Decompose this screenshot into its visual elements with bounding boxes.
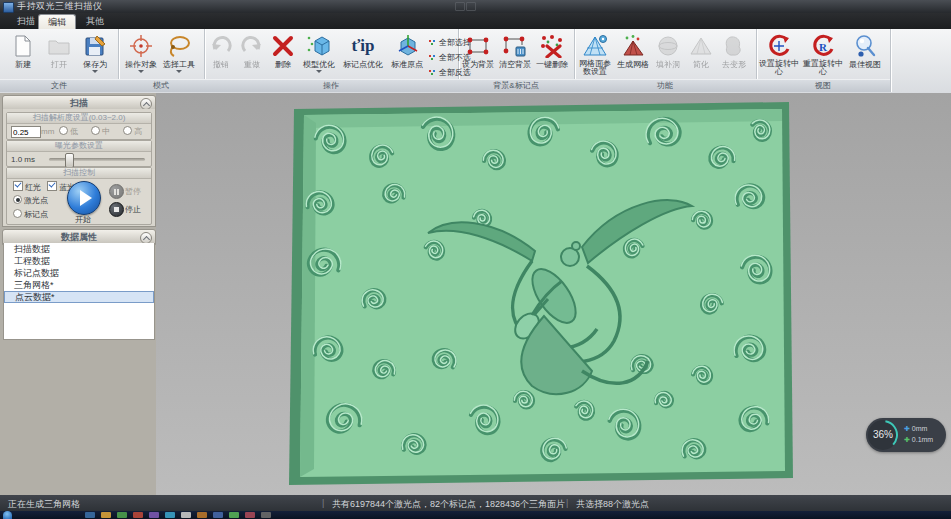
group-label-mode: 模式 [118,79,204,92]
open-button[interactable]: 打开 [42,32,76,78]
group-view: 设置旋转中心 R 重置旋转中心 最佳视图 视图 [756,29,891,92]
crosshair-icon: ✚ [904,436,912,443]
tab-edit[interactable]: 编辑 [38,14,76,29]
taskbar-icon[interactable] [165,512,175,518]
resolution-unit: mm [41,127,54,136]
select-tool-button[interactable]: 选择工具 [162,32,196,78]
fill-hole-button[interactable]: 填补洞 [652,32,684,78]
delete-button[interactable]: 删除 [268,32,298,78]
laser-point-radio[interactable]: 激光点 [13,195,48,206]
list-item[interactable]: 标记点数据 [4,267,154,279]
blob-icon [718,32,750,60]
radio-icon [59,126,68,135]
pause-button[interactable] [109,184,124,199]
generate-mesh-button[interactable]: 生成网格 [615,32,651,78]
delete-markers-icon [534,32,570,60]
group-background: 设为背景 清空背景 一键删除 背景&标记点 [458,29,575,92]
start-scan-button[interactable] [67,181,101,215]
target-icon [124,32,158,60]
taskbar-icon[interactable] [181,512,191,518]
left-pane: 扫描 扫描解析度设置(0.03~2.0) mm 低 中 高 曝光参数设置 1.0… [0,93,157,495]
taskbar-icon[interactable] [213,512,223,518]
taskbar-icon[interactable] [197,512,207,518]
open-folder-icon [42,32,76,60]
resolution-input[interactable] [11,126,41,138]
start-button[interactable] [3,511,12,519]
stop-button[interactable] [109,202,124,217]
save-as-button[interactable]: 保存为 [78,32,112,78]
group-label-function: 功能 [574,79,756,92]
title-bar: 手持双光三维扫描仪 [0,0,951,13]
model-optimize-button[interactable]: 模型优化 [300,32,338,78]
taskbar-icon[interactable] [149,512,159,518]
checkbox-icon [47,181,57,191]
taskbar-icon[interactable] [117,512,127,518]
taskbar-icon[interactable] [245,512,255,518]
group-label-operation: 操作 [204,79,458,92]
taskbar-icon[interactable] [261,512,271,518]
minimize-button[interactable] [455,2,465,11]
marker-point-radio[interactable]: 标记点 [13,209,48,220]
relief-model[interactable] [282,99,802,493]
group-label-view: 视图 [756,79,890,92]
windows-taskbar[interactable] [0,511,951,519]
simplify-button[interactable]: 简化 [685,32,717,78]
taskbar-icon[interactable] [101,512,111,518]
app-icon [3,2,14,13]
status-separator: | [322,498,324,508]
maximize-button[interactable] [466,2,476,11]
resolution-low-radio[interactable]: 低 [59,126,78,137]
set-background-button[interactable]: 设为背景 [460,32,496,78]
group-operation: 撤销 重做 删除 模型优化 ťip 标记点优化 标准原点 全部选择 全部不 [204,29,459,92]
status-bar: 正在生成三角网格 | 共有6197844个激光点，82个标记点，1828436个… [0,495,951,511]
best-view-button[interactable]: 最佳视图 [846,32,884,78]
exposure-slider-track[interactable] [49,158,145,161]
group-function: 网格面参数设置 生成网格 填补洞 简化 去变形 功能 [574,29,757,92]
select-tool-dropdown-caret[interactable] [176,70,182,76]
taskbar-icon[interactable] [133,512,143,518]
delete-x-icon [268,32,298,60]
mesh-params-button[interactable]: 网格面参数设置 [576,32,614,78]
checkbox-icon [13,181,23,191]
group-mode: 操作对象 选择工具 模式 [118,29,205,92]
redo-button[interactable]: 重做 [237,32,267,78]
operate-object-button[interactable]: 操作对象 [124,32,158,78]
list-item[interactable]: 工程数据 [4,255,154,267]
one-key-delete-button[interactable]: 一键删除 [534,32,570,78]
clear-background-button[interactable]: 清空背景 [497,32,533,78]
zoom-badge[interactable]: 36% ✚ 0mm ✚ 0.1mm [866,418,946,452]
save-as-dropdown-caret[interactable] [92,70,98,76]
deform-button[interactable]: 去变形 [718,32,750,78]
model-optimize-dropdown-caret[interactable] [316,70,322,76]
generate-mesh-icon [615,32,651,60]
exposure-slider-thumb[interactable] [65,153,74,168]
status-separator: | [566,498,568,508]
rotation-center-icon [758,32,800,60]
new-button[interactable]: 新建 [6,32,40,78]
resolution-mid-radio[interactable]: 中 [91,126,110,137]
scan-panel-body: 扫描解析度设置(0.03~2.0) mm 低 中 高 曝光参数设置 1.0 ms… [2,109,156,227]
list-item[interactable]: 三角网格* [4,279,154,291]
resolution-high-radio[interactable]: 高 [123,126,142,137]
undo-button[interactable]: 撤销 [206,32,236,78]
standard-origin-button[interactable]: 标准原点 [388,32,426,78]
marker-optimize-button[interactable]: ťip 标记点优化 [340,32,386,78]
set-rotation-center-button[interactable]: 设置旋转中心 [758,32,800,78]
taskbar-icon[interactable] [229,512,239,518]
tip-logo-icon: ťip [340,32,386,60]
operate-object-dropdown-caret[interactable] [138,70,144,76]
reset-rotation-center-button[interactable]: R 重置旋转中心 [802,32,844,78]
list-item[interactable]: 扫描数据 [4,243,154,255]
marker-frame-icon [460,32,496,60]
cube-sparkle-icon [300,32,338,60]
pause-label: 暂停 [125,186,141,197]
red-light-checkbox[interactable]: 红光 [13,181,41,193]
sphere-icon [652,32,684,60]
zoom-row-1: ✚ 0mm [904,425,927,433]
lasso-icon [162,32,196,60]
tab-other[interactable]: 其他 [77,14,113,28]
taskbar-icon[interactable] [85,512,95,518]
resolution-box: 扫描解析度设置(0.03~2.0) mm 低 中 高 [6,112,152,140]
redo-icon [237,32,267,60]
list-item[interactable]: 点云数据* [4,291,154,303]
